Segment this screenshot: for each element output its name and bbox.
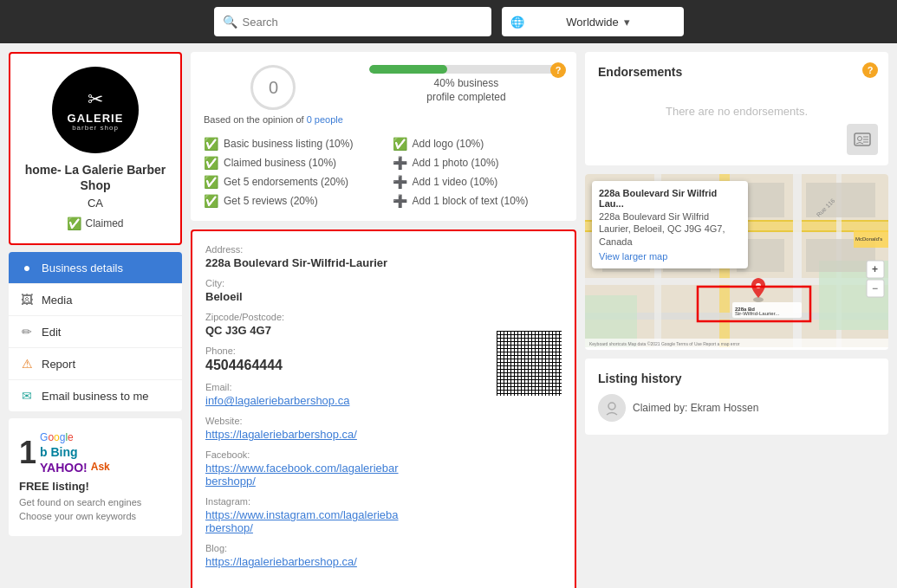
svg-rect-38 — [538, 367, 541, 370]
ci-add-video: ➕ Add 1 video (10%) — [393, 175, 564, 189]
history-claimed-by: Claimed by: Ekram Hossen — [633, 402, 758, 414]
instagram-link[interactable]: https://www.instagram.com/lagaleriebarbe… — [205, 508, 399, 534]
no-endorsements-text: There are no endorsements. — [598, 87, 875, 135]
svg-rect-17 — [501, 357, 504, 359]
svg-rect-48 — [538, 378, 543, 380]
svg-rect-40 — [549, 367, 554, 370]
location-label: Worldwide — [566, 16, 618, 29]
main-content: ✂ GALERIE barber shop home- La Galerie B… — [0, 43, 897, 588]
svg-point-56 — [858, 137, 862, 141]
svg-rect-5 — [543, 338, 555, 350]
svg-rect-28 — [523, 362, 528, 365]
sidebar-label-email: Email business to me — [42, 390, 149, 403]
svg-rect-0 — [497, 331, 562, 396]
svg-rect-14 — [528, 340, 530, 343]
svg-point-95 — [608, 403, 615, 410]
business-country: CA — [19, 197, 172, 210]
edit-icon: ✏ — [19, 325, 35, 339]
contact-icon-button[interactable] — [847, 124, 878, 155]
facebook-section: Facebook: https://www.facebook.com/lagal… — [205, 449, 562, 488]
ci-label-photo: Add 1 photo (10%) — [413, 157, 499, 169]
instagram-label: Instagram: — [205, 496, 562, 507]
sidebar-item-business-details[interactable]: ● Business details — [9, 252, 182, 284]
svg-rect-19 — [511, 357, 514, 359]
scissors-icon: ✂ — [68, 88, 124, 111]
ci-plus-video: ➕ — [393, 175, 407, 189]
seo-number: 1 — [19, 435, 36, 471]
svg-rect-34 — [514, 367, 517, 370]
svg-rect-21 — [528, 357, 533, 359]
svg-rect-37 — [533, 367, 536, 370]
blog-link[interactable]: https://lagaleriebarbershop.ca/ — [205, 555, 357, 568]
sidebar-label-report: Report — [42, 358, 75, 371]
right-column: Endorsements ? There are no endorsements… — [585, 52, 888, 588]
website-value: https://lagaleriebarbershop.ca/ — [205, 428, 562, 441]
website-label: Website: — [205, 416, 562, 426]
svg-rect-27 — [509, 362, 511, 365]
email-link[interactable]: info@lagaleriebarbershop.ca — [205, 394, 349, 407]
svg-rect-31 — [549, 362, 551, 365]
svg-rect-35 — [523, 367, 525, 370]
completion-help-icon[interactable]: ? — [550, 62, 566, 78]
svg-text:Keyboard shortcuts   Map data : Keyboard shortcuts Map data ©2021 Google… — [589, 341, 740, 346]
listing-history-title: Listing history — [598, 372, 875, 385]
business-logo: ✂ GALERIE barber shop — [52, 67, 139, 153]
ci-label-basic: Basic business listing (10%) — [224, 138, 353, 150]
address-label: Address: — [205, 244, 562, 255]
svg-rect-42 — [528, 372, 533, 375]
facebook-link[interactable]: https://www.facebook.com/lagaleriebarber… — [205, 462, 399, 488]
svg-rect-25 — [551, 357, 556, 359]
view-larger-map-link[interactable]: View larger map — [599, 251, 667, 262]
svg-rect-13 — [523, 340, 525, 343]
svg-rect-30 — [538, 362, 543, 365]
ci-add-logo: ✅ Add logo (10%) — [393, 137, 564, 151]
logo-subtext: barber shop — [68, 124, 124, 132]
completion-bar-bg — [369, 65, 563, 74]
opinion-count: 0 — [269, 78, 278, 98]
search-input[interactable] — [243, 16, 483, 29]
svg-rect-16 — [533, 346, 536, 348]
svg-rect-51 — [528, 383, 530, 385]
website-link[interactable]: https://lagaleriebarbershop.ca/ — [205, 428, 357, 441]
ci-plus-text: ➕ — [393, 194, 407, 208]
search-bar[interactable]: 🔍 — [214, 7, 491, 36]
svg-rect-7 — [501, 374, 518, 391]
svg-rect-33 — [506, 367, 511, 370]
bing-logo: b Bing — [40, 445, 110, 459]
completion-text: 40% businessprofile completed — [369, 77, 563, 104]
ci-endorsements: ✅ Get 5 endorsements (20%) — [204, 175, 375, 189]
location-selector[interactable]: 🌐 Worldwide ▾ — [502, 7, 684, 36]
svg-rect-52 — [536, 383, 538, 385]
city-label: City: — [205, 278, 562, 288]
sidebar-item-email[interactable]: ✉ Email business to me — [9, 380, 182, 411]
listing-history-box: Listing history Claimed by: Ekram Hossen — [585, 359, 888, 435]
endorsements-help-icon[interactable]: ? — [862, 62, 878, 78]
map-container[interactable]: Rue 116 McDonald's 228a Bd Sir-Wilfrid-L… — [585, 174, 888, 350]
ci-add-photo: ➕ Add 1 photo (10%) — [393, 156, 564, 170]
svg-rect-50 — [523, 383, 525, 385]
opinion-circle: 0 — [250, 65, 296, 110]
opinion-link[interactable]: 0 people — [307, 114, 343, 125]
svg-text:Sir-Wilfrid-Laurier...: Sir-Wilfrid-Laurier... — [735, 311, 780, 316]
business-card: ✂ GALERIE barber shop home- La Galerie B… — [9, 52, 182, 245]
media-icon: 🖼 — [19, 293, 35, 307]
endorsements-title: Endorsements — [598, 65, 875, 79]
sidebar-item-report[interactable]: ⚠ Report — [9, 348, 182, 380]
sidebar-item-edit[interactable]: ✏ Edit — [9, 316, 182, 348]
ci-claimed: ✅ Claimed business (10%) — [204, 156, 375, 170]
address-value: 228a Boulevard Sir-Wilfrid-Laurier — [205, 256, 562, 269]
map-tooltip-link[interactable]: View larger map — [599, 251, 741, 262]
ci-plus-photo: ➕ — [393, 156, 407, 170]
ci-check-claimed: ✅ — [204, 156, 218, 170]
avatar-icon — [604, 400, 620, 416]
zip-label: Zipcode/Postcode: — [205, 312, 562, 322]
svg-rect-8 — [504, 377, 516, 389]
city-value: Beloeil — [205, 290, 562, 303]
completion-bar-fill — [369, 65, 447, 74]
ci-basic-listing: ✅ Basic business listing (10%) — [204, 137, 375, 151]
svg-rect-49 — [546, 378, 549, 380]
ci-label-claimed: Claimed business (10%) — [224, 157, 336, 169]
svg-rect-36 — [528, 367, 530, 370]
endorsements-box: Endorsements ? There are no endorsements… — [585, 52, 888, 165]
sidebar-item-media[interactable]: 🖼 Media — [9, 284, 182, 316]
